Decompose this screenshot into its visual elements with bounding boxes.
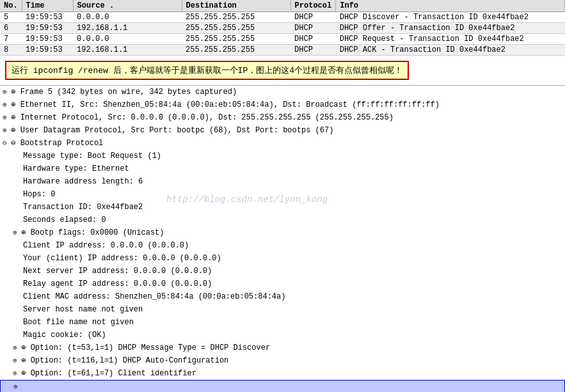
proto-item-relayip: Relay agent IP address: 0.0.0.0 (0.0.0.0… bbox=[0, 278, 565, 290]
cell-proto: DHCP bbox=[290, 45, 336, 56]
cell-dest: 255.255.255.255 bbox=[182, 34, 290, 45]
proto-item-opt53[interactable]: ⊕ Option: (t=53,l=1) DHCP Message Type =… bbox=[0, 341, 565, 354]
proto-item-msgtype: Message type: Boot Request (1) bbox=[0, 150, 565, 162]
proto-item-ethernet[interactable]: ⊕ Ethernet II, Src: Shenzhen_05:84:4a (0… bbox=[0, 98, 565, 111]
proto-item-opt50[interactable]: Option: (t=50,l=4) Requested IP Address … bbox=[0, 380, 565, 392]
proto-item-yourip: Your (client) IP address: 0.0.0.0 (0.0.0… bbox=[0, 252, 565, 265]
proto-item-txid: Transaction ID: 0xe44fbae2 bbox=[0, 201, 565, 214]
table-row[interactable]: 8 19:59:53 192.168.1.1 255.255.255.255 D… bbox=[0, 45, 565, 56]
col-header-dest: Destination bbox=[182, 0, 290, 12]
col-header-time: Time bbox=[22, 0, 73, 12]
col-header-proto: Protocol bbox=[290, 0, 336, 12]
cell-no: 7 bbox=[0, 34, 22, 45]
proto-item-udp[interactable]: ⊕ User Datagram Protocol, Src Port: boot… bbox=[0, 124, 565, 137]
cell-info: DHCP Offer - Transaction ID 0xe44fbae2 bbox=[336, 23, 565, 34]
cell-no: 8 bbox=[0, 45, 22, 56]
cell-time: 19:59:53 bbox=[22, 23, 73, 34]
proto-item-magic: Magic cookie: (OK) bbox=[0, 329, 565, 341]
cell-proto: DHCP bbox=[290, 23, 336, 34]
proto-item-opt116[interactable]: ⊕ Option: (t=116,l=1) DHCP Auto-Configur… bbox=[0, 354, 565, 367]
proto-item-hwlen: Hardware address length: 6 bbox=[0, 175, 565, 188]
proto-item-nextip: Next server IP address: 0.0.0.0 (0.0.0.0… bbox=[0, 265, 565, 278]
table-header: No. Time Source . Destination Protocol I… bbox=[0, 0, 565, 12]
cell-dest: 255.255.255.255 bbox=[182, 23, 290, 34]
cell-source: 0.0.0.0 bbox=[73, 34, 182, 45]
notice-wrapper: 运行 ipconfig /renew 后，客户端就等于是重新获取一个IP，图上的… bbox=[0, 56, 565, 86]
proto-item-bootfile: Boot file name not given bbox=[0, 316, 565, 329]
col-header-source: Source . bbox=[73, 0, 182, 12]
proto-item-clientmac: Client MAC address: Shenzhen_05:84:4a (0… bbox=[0, 290, 565, 303]
proto-item-secs: Seconds elapsed: 0 bbox=[0, 214, 565, 226]
cell-dest: 255.255.255.255 bbox=[182, 12, 290, 23]
cell-source: 0.0.0.0 bbox=[73, 12, 182, 23]
cell-time: 19:59:53 bbox=[22, 34, 73, 45]
proto-item-hops: Hops: 0 bbox=[0, 188, 565, 201]
table-row[interactable]: 6 19:59:53 192.168.1.1 255.255.255.255 D… bbox=[0, 23, 565, 34]
table-row[interactable]: 5 19:59:53 0.0.0.0 255.255.255.255 DHCP … bbox=[0, 12, 565, 23]
cell-info: DHCP Request - Transaction ID 0xe44fbae2 bbox=[336, 34, 565, 45]
protocol-tree: http://blog.csdn.net/lynn_kong ⊕ Frame 5… bbox=[0, 86, 565, 392]
notice-box: 运行 ipconfig /renew 后，客户端就等于是重新获取一个IP，图上的… bbox=[5, 61, 409, 80]
proto-item-servname: Server host name not given bbox=[0, 303, 565, 316]
cell-dest: 255.255.255.255 bbox=[182, 45, 290, 56]
packet-table: No. Time Source . Destination Protocol I… bbox=[0, 0, 565, 56]
proto-item-opt61[interactable]: ⊕ Option: (t=61,l=7) Client identifier bbox=[0, 367, 565, 380]
cell-no: 6 bbox=[0, 23, 22, 34]
col-header-info: Info bbox=[336, 0, 565, 12]
table-row[interactable]: 7 19:59:53 0.0.0.0 255.255.255.255 DHCP … bbox=[0, 34, 565, 45]
proto-item-frame[interactable]: ⊕ Frame 5 (342 bytes on wire, 342 bytes … bbox=[0, 86, 565, 98]
cell-no: 5 bbox=[0, 12, 22, 23]
col-header-no: No. bbox=[0, 0, 22, 12]
proto-item-bootstrap[interactable]: ⊖ Bootstrap Protocol bbox=[0, 137, 565, 150]
proto-item-hwtype: Hardware type: Ethernet bbox=[0, 162, 565, 175]
cell-source: 192.168.1.1 bbox=[73, 23, 182, 34]
cell-time: 19:59:53 bbox=[22, 12, 73, 23]
proto-item-clientip: Client IP address: 0.0.0.0 (0.0.0.0) bbox=[0, 239, 565, 252]
cell-proto: DHCP bbox=[290, 12, 336, 23]
cell-source: 192.168.1.1 bbox=[73, 45, 182, 56]
cell-proto: DHCP bbox=[290, 34, 336, 45]
proto-item-ip[interactable]: ⊕ Internet Protocol, Src: 0.0.0.0 (0.0.0… bbox=[0, 111, 565, 124]
cell-time: 19:59:53 bbox=[22, 45, 73, 56]
proto-item-bootp_flags[interactable]: ⊕ Bootp flags: 0x0000 (Unicast) bbox=[0, 226, 565, 239]
cell-info: DHCP Discover - Transaction ID 0xe44fbae… bbox=[336, 12, 565, 23]
cell-info: DHCP ACK - Transaction ID 0xe44fbae2 bbox=[336, 45, 565, 56]
